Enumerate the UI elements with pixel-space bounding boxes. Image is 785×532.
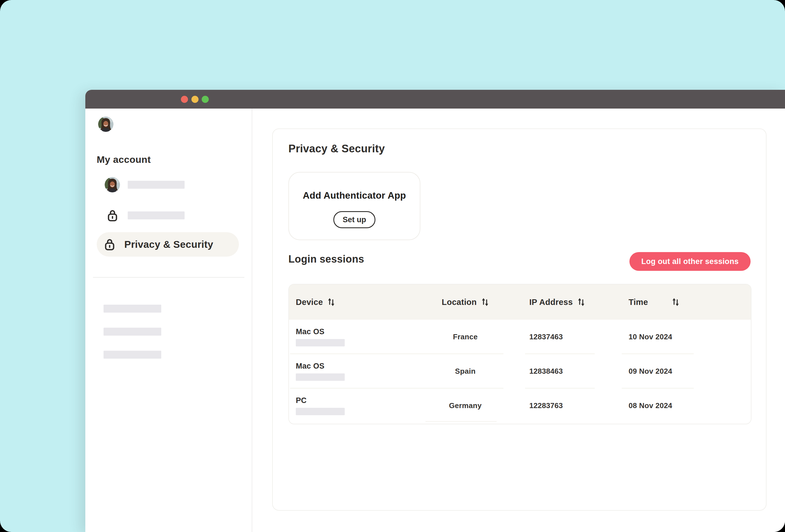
authenticator-card: Add Authenticator App Set up <box>288 172 421 240</box>
ip-cell: 12283763 <box>529 401 563 410</box>
sort-icon[interactable] <box>481 297 489 307</box>
table-row: Mac OS France 12837463 10 Nov 2024 <box>289 320 751 354</box>
location-cell: Germany <box>449 401 482 410</box>
sidebar-link-placeholder <box>103 351 161 358</box>
avatar-photo-icon <box>98 116 113 132</box>
authenticator-card-title: Add Authenticator App <box>303 190 406 201</box>
zoom-window-icon[interactable] <box>202 96 209 103</box>
app-window: My account <box>85 90 785 532</box>
device-cell: PC <box>296 396 431 405</box>
column-header-label: Time <box>629 297 648 307</box>
column-header-label: Device <box>296 297 323 307</box>
location-cell: France <box>453 332 478 341</box>
column-header-time[interactable]: Time <box>629 297 751 307</box>
logout-all-sessions-button[interactable]: Log out all other sessions <box>629 252 751 271</box>
sort-icon[interactable] <box>672 297 680 307</box>
device-detail-placeholder <box>296 408 345 415</box>
login-sessions-title: Login sessions <box>288 253 364 265</box>
sort-icon[interactable] <box>577 297 585 307</box>
lock-icon <box>107 209 118 221</box>
page-title: Privacy & Security <box>288 143 385 155</box>
sidebar-section-title: My account <box>97 154 151 165</box>
device-detail-placeholder <box>296 339 345 346</box>
label-placeholder <box>128 211 184 219</box>
time-cell: 09 Nov 2024 <box>629 367 673 375</box>
sort-icon[interactable] <box>327 297 335 307</box>
row-divider <box>426 421 497 422</box>
sidebar-item-profile[interactable] <box>105 177 184 192</box>
sidebar-item-privacy-security-active[interactable]: Privacy & Security <box>97 232 239 257</box>
column-header-device[interactable]: Device <box>296 297 431 307</box>
set-up-button[interactable]: Set up <box>333 211 376 228</box>
time-cell: 08 Nov 2024 <box>629 401 673 410</box>
column-header-location[interactable]: Location <box>442 297 489 307</box>
ip-cell: 12837463 <box>529 332 563 341</box>
location-cell: Spain <box>455 367 476 376</box>
desktop-background: My account <box>0 0 785 532</box>
window-titlebar[interactable] <box>85 90 785 109</box>
sidebar-link-placeholder <box>103 304 161 313</box>
table-row: Mac OS Spain 12838463 09 Nov 2024 <box>289 354 751 389</box>
time-cell: 10 Nov 2024 <box>629 332 673 341</box>
login-sessions-table: Device Location <box>288 284 752 424</box>
sidebar-item-label: Privacy & Security <box>124 239 213 250</box>
profile-avatar <box>98 116 113 132</box>
column-header-label: IP Address <box>529 297 573 307</box>
privacy-security-panel: Privacy & Security Add Authenticator App… <box>272 129 766 511</box>
sidebar-item-security[interactable] <box>105 208 184 223</box>
avatar-icon <box>105 177 120 192</box>
minimize-window-icon[interactable] <box>192 96 199 103</box>
device-cell: Mac OS <box>296 327 431 336</box>
sidebar: My account <box>85 109 252 532</box>
sidebar-link-placeholder <box>103 328 161 336</box>
column-header-label: Location <box>442 297 477 307</box>
column-header-ip-address[interactable]: IP Address <box>529 297 599 307</box>
table-row: PC Germany 12283763 08 Nov 2024 <box>289 389 751 423</box>
sidebar-divider <box>93 277 244 278</box>
ip-cell: 12838463 <box>529 367 563 375</box>
device-detail-placeholder <box>296 373 345 381</box>
close-window-icon[interactable] <box>181 96 188 103</box>
device-cell: Mac OS <box>296 362 431 371</box>
table-header-row: Device Location <box>289 285 751 320</box>
label-placeholder <box>128 181 184 189</box>
lock-icon <box>105 238 115 250</box>
main-area: Privacy & Security Add Authenticator App… <box>252 109 785 532</box>
